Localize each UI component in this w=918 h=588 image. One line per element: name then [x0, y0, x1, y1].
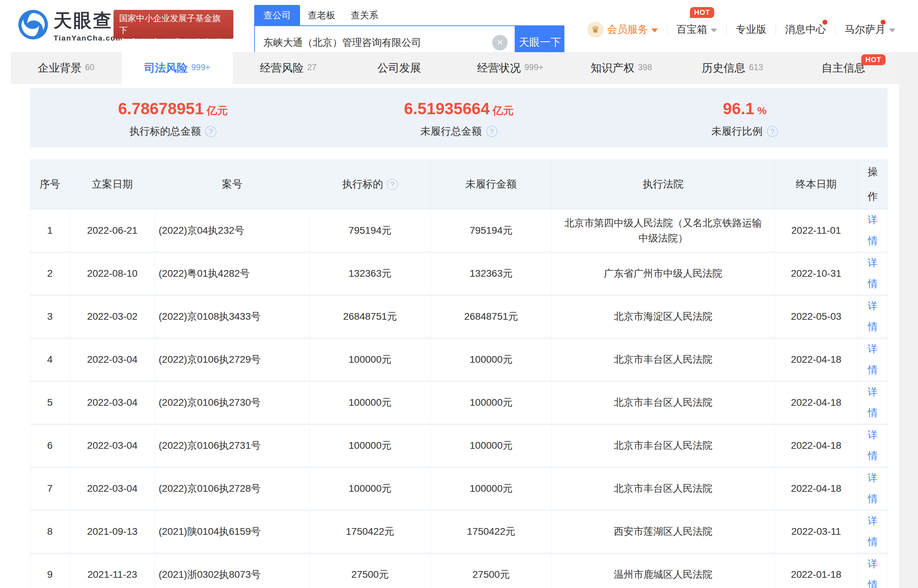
col-action-label: 操作	[867, 160, 879, 209]
clear-search-icon[interactable]: ×	[492, 35, 507, 50]
detail-link[interactable]: 详情	[867, 468, 879, 509]
col-execution-target: 执行标的 ?	[310, 160, 431, 209]
table-row: 52022-03-04(2022)京0106执2730号100000元10000…	[30, 381, 888, 424]
stat-value: 96.1	[723, 99, 755, 118]
cell-execution-target: 100000元	[310, 424, 431, 467]
tab-operational-risk[interactable]: 经营风险 27	[233, 52, 344, 84]
cell-execution-target: 100000元	[310, 381, 431, 424]
tab-label: 知识产权	[590, 61, 634, 76]
nav-vip-label: 会员服务	[607, 23, 648, 37]
chevron-down-icon	[651, 29, 658, 32]
nav-pro-edition[interactable]: 专业版	[736, 23, 766, 37]
cell-end-date: 2022-04-18	[775, 338, 858, 381]
stat-value: 6.78678951	[118, 99, 204, 118]
nav-toolbox[interactable]: HOT 百宝箱	[677, 23, 717, 37]
hot-badge: HOT	[690, 7, 714, 18]
table-row: 22022-08-10(2022)粤01执4282号132363元132363元…	[30, 252, 888, 295]
table-row: 12022-06-21(2022)京04执232号795194元795194元北…	[30, 209, 888, 252]
detail-link[interactable]: 详情	[867, 253, 879, 294]
search-area: 查公司 查老板 查关系 × 天眼一下	[254, 5, 564, 60]
stat-label-row: 执行标的总金额 ?	[129, 124, 217, 139]
cell-execution-target: 1750422元	[310, 510, 431, 553]
hot-badge: HOT	[861, 54, 886, 65]
cell-court: 北京市丰台区人民法院	[552, 381, 775, 424]
cell-action: 详情	[858, 209, 888, 252]
cell-unfulfilled-amount: 132363元	[431, 252, 552, 295]
help-icon[interactable]: ?	[387, 179, 398, 190]
cell-no: 1	[30, 209, 70, 252]
nav-divider	[726, 24, 727, 35]
search-tab-company[interactable]: 查公司	[254, 5, 300, 25]
certification-badge: 国家中小企业发展子基金旗下 官方备案企业征信机构	[113, 10, 233, 39]
cell-action: 详情	[858, 295, 888, 338]
cell-execution-target: 27500元	[310, 553, 431, 588]
col-case-number: 案号	[155, 160, 310, 209]
search-tabs: 查公司 查老板 查关系	[254, 5, 564, 25]
search-input[interactable]	[263, 37, 492, 48]
stat-label-row: 未履行比例 ?	[711, 124, 778, 139]
stat-label: 未履行总金额	[420, 124, 482, 139]
tab-company-development[interactable]: 公司发展	[344, 52, 455, 84]
stat-unit: 亿元	[493, 103, 514, 118]
tab-history-info[interactable]: 历史信息 613	[677, 52, 788, 84]
cell-execution-target: 795194元	[310, 209, 431, 252]
cell-action: 详情	[858, 510, 888, 553]
nav-vip-services[interactable]: ♛ 会员服务	[587, 21, 658, 38]
site-logo[interactable]: 天眼查 TianYanCha.com	[18, 8, 123, 42]
help-icon[interactable]: ?	[205, 126, 217, 137]
tab-count: 999+	[191, 62, 210, 72]
search-tab-relation[interactable]: 查关系	[343, 5, 386, 25]
tab-label: 历史信息	[701, 61, 745, 76]
detail-link[interactable]: 详情	[867, 554, 879, 588]
cell-end-date: 2022-04-18	[775, 467, 858, 510]
tab-business-status[interactable]: 经营状况 999+	[455, 52, 566, 84]
cell-end-date: 2022-11-01	[775, 209, 858, 252]
table-row: 42022-03-04(2022)京0106执2729号100000元10000…	[30, 338, 888, 381]
nav-user-account[interactable]: 马尔萨月	[845, 23, 895, 37]
cell-court: 温州市鹿城区人民法院	[552, 553, 775, 588]
tab-label: 公司发展	[378, 61, 421, 76]
cell-filing-date: 2021-09-13	[70, 510, 155, 553]
cell-unfulfilled-amount: 100000元	[431, 338, 552, 381]
tab-judicial-risk[interactable]: 司法风险 999+	[122, 52, 233, 84]
cell-unfulfilled-amount: 100000元	[431, 467, 552, 510]
cell-case-number: (2022)京0108执3433号	[155, 295, 310, 338]
tab-company-background[interactable]: 企业背景 60	[11, 52, 122, 84]
nav-divider	[835, 24, 836, 35]
stat-value-row: 6.78678951 亿元	[118, 99, 228, 118]
certification-line2: 官方备案企业征信机构	[119, 36, 228, 48]
cell-no: 3	[30, 295, 70, 338]
nav-message-center[interactable]: 消息中心	[785, 23, 826, 37]
detail-link[interactable]: 详情	[867, 382, 879, 423]
help-icon[interactable]: ?	[486, 126, 498, 137]
tab-label: 企业背景	[38, 61, 81, 76]
detail-link[interactable]: 详情	[867, 511, 879, 552]
detail-link[interactable]: 详情	[867, 296, 879, 338]
cell-no: 9	[30, 553, 70, 588]
cell-execution-target: 132363元	[310, 252, 431, 295]
help-icon[interactable]: ?	[767, 126, 778, 137]
brand-name: 天眼查	[53, 8, 123, 33]
cell-execution-target: 100000元	[310, 338, 431, 381]
tab-label: 自主信息	[822, 61, 865, 76]
user-nav: ♛ 会员服务 HOT 百宝箱 专业版 消息中心 马尔萨月	[587, 21, 895, 39]
cell-no: 8	[30, 510, 70, 553]
cell-case-number: (2022)京0106执2731号	[155, 424, 310, 467]
col-court: 执行法院	[552, 160, 775, 209]
detail-link[interactable]: 详情	[867, 210, 879, 251]
crown-icon: ♛	[587, 21, 604, 38]
cell-unfulfilled-amount: 27500元	[431, 553, 552, 588]
cell-no: 6	[30, 424, 70, 467]
table-row: 82021-09-13(2021)陕0104执6159号1750422元1750…	[30, 510, 888, 553]
cell-no: 5	[30, 381, 70, 424]
detail-link[interactable]: 详情	[867, 425, 879, 466]
nav-divider	[667, 24, 667, 35]
cell-unfulfilled-amount: 1750422元	[431, 510, 552, 553]
tab-self-info[interactable]: 自主信息 HOT	[788, 52, 899, 84]
search-tab-boss[interactable]: 查老板	[300, 5, 343, 25]
detail-link[interactable]: 详情	[867, 339, 879, 380]
cell-court: 北京市丰台区人民法院	[552, 338, 775, 381]
cell-filing-date: 2022-06-21	[70, 209, 155, 252]
tab-intellectual-property[interactable]: 知识产权 398	[566, 52, 677, 84]
nav-messages-label: 消息中心	[785, 23, 826, 37]
